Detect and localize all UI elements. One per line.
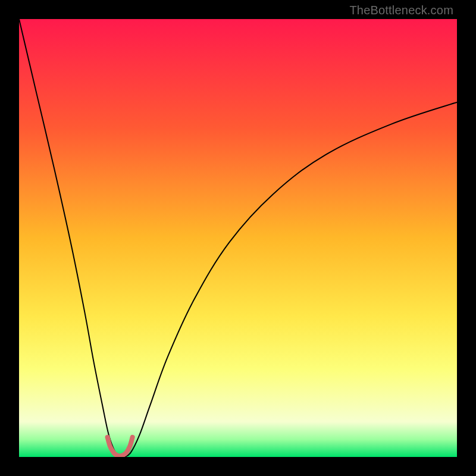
bottleneck-curve bbox=[19, 19, 457, 457]
watermark-text: TheBottleneck.com bbox=[349, 4, 453, 17]
plot-area bbox=[19, 19, 457, 457]
ideal-marker bbox=[108, 437, 133, 456]
curve-layer bbox=[19, 19, 457, 457]
chart-frame: TheBottleneck.com bbox=[0, 0, 476, 476]
